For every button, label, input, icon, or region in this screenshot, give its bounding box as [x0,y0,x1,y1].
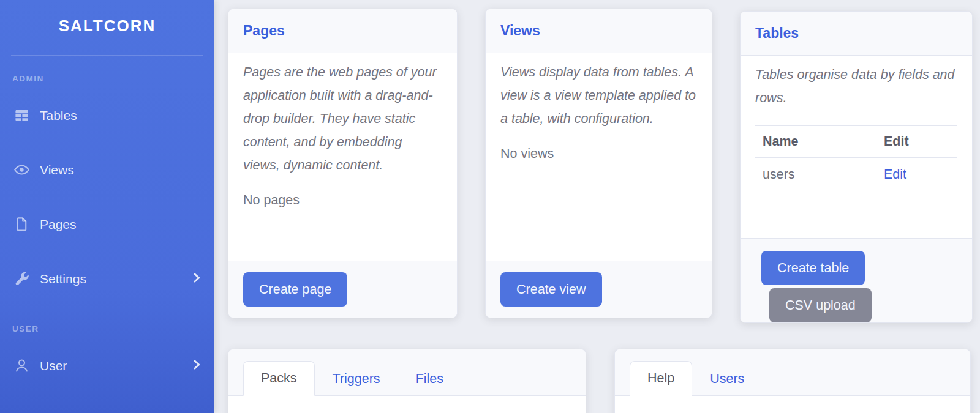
sidebar-item-label: User [40,359,191,373]
pages-card-title: Pages [243,23,285,39]
tables-list-header-name: Name [755,126,876,158]
packs-card-tabs: Packs Triggers Files [228,349,586,396]
tables-card-body: Tables organise data by fields and rows.… [741,56,972,238]
table-icon [12,106,31,125]
main-content: Pages Pages are the web pages of your ap… [214,0,980,413]
create-page-button[interactable]: Create page [243,272,347,307]
sidebar-item-pages[interactable]: Pages [0,197,214,251]
sidebar-item-views[interactable]: Views [0,143,214,197]
tables-description: Tables organise data by fields and rows. [755,63,957,110]
pages-card-header: Pages [228,9,457,53]
sidebar-section-heading-user: USER [12,324,214,333]
views-description: Views display data from tables. A view i… [500,61,697,130]
help-card: Help Users [614,349,971,413]
table-row: users Edit [755,158,957,191]
create-view-button[interactable]: Create view [500,272,602,307]
sidebar-section-heading-admin: ADMIN [12,74,214,83]
sidebar-item-user[interactable]: User [0,338,214,393]
views-card-body: Views display data from tables. A view i… [486,53,712,261]
pages-card-footer: Create page [228,261,457,318]
sidebar-divider [11,311,203,311]
chevron-right-icon [191,359,202,373]
edit-table-link[interactable]: Edit [884,167,907,182]
tables-list: Name Edit users Edit [755,125,957,191]
create-table-button[interactable]: Create table [761,251,865,285]
sidebar-item-label: Settings [40,272,191,286]
packs-tab-body [228,396,586,413]
tab-triggers[interactable]: Triggers [315,362,398,396]
sidebar-item-label: Pages [40,217,202,232]
packs-card: Packs Triggers Files [228,349,586,413]
sidebar-item-label: Tables [40,108,202,123]
pages-description: Pages are the web pages of your applicat… [243,61,442,177]
table-name-cell: users [755,158,876,191]
csv-upload-button[interactable]: CSV upload [769,288,872,322]
pages-card-body: Pages are the web pages of your applicat… [228,53,457,261]
views-card: Views Views display data from tables. A … [485,9,712,318]
views-card-footer: Create view [486,261,712,318]
help-tab-body [615,396,970,413]
wrench-icon [12,270,31,288]
pages-card: Pages Pages are the web pages of your ap… [228,9,458,318]
sidebar-item-tables[interactable]: Tables [0,88,214,143]
help-card-tabs: Help Users [615,349,970,396]
sidebar-item-label: Views [40,163,202,177]
tables-list-header-edit: Edit [876,126,957,158]
user-icon [12,357,31,375]
sidebar-divider [11,398,203,398]
tables-card-header: Tables [741,12,972,56]
views-card-title: Views [500,23,540,39]
tab-packs[interactable]: Packs [243,361,315,396]
tables-card: Tables Tables organise data by fields an… [740,11,973,323]
tables-card-title: Tables [755,25,799,42]
eye-icon [12,161,31,179]
views-empty-message: No views [500,146,697,162]
tab-files[interactable]: Files [398,362,461,396]
tab-users[interactable]: Users [692,362,762,396]
brand-title[interactable]: SALTCORN [0,0,214,43]
sidebar-item-settings[interactable]: Settings [0,251,214,306]
pages-empty-message: No pages [243,193,442,208]
tab-help[interactable]: Help [630,361,692,396]
views-card-header: Views [486,9,712,53]
sidebar: SALTCORN ADMIN Tables [0,0,214,413]
file-icon [12,215,31,234]
tables-card-footer: Create table CSV upload [741,238,972,322]
sidebar-divider [11,55,203,56]
chevron-right-icon [191,272,202,286]
